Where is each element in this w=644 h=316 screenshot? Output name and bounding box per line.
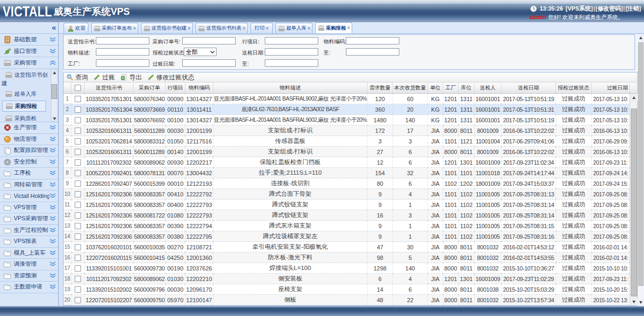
row-checkbox[interactable]	[75, 265, 81, 272]
sidebar-group-VPS采购管理[interactable]: VPS采购管理	[0, 213, 58, 225]
row-checkbox[interactable]	[75, 212, 81, 219]
column-header-check[interactable]	[71, 83, 85, 93]
sidebar-group-调漆管理[interactable]: 调漆管理	[0, 259, 58, 270]
row-checkbox[interactable]	[75, 128, 81, 134]
sidebar-group-VPS管理[interactable]: VPS管理	[0, 202, 58, 214]
column-header-送检人[interactable]: 送检人	[475, 83, 502, 93]
scroll-down-icon[interactable]	[630, 298, 638, 305]
form-input-至[interactable]	[346, 48, 399, 56]
table-row-3[interactable]: 310335201705130158000766920010013014327亚…	[64, 115, 630, 125]
link-logout[interactable]: [注销]	[625, 5, 641, 13]
sidebar-group-VPS报表[interactable]: VPS报表	[0, 236, 58, 248]
row-checkbox[interactable]	[75, 159, 81, 166]
tab-欢迎[interactable]: 欢迎	[64, 23, 88, 33]
row-checkbox[interactable]	[75, 117, 81, 123]
table-row-7[interactable]: 710111201709230258000890620093012202217保…	[64, 157, 630, 168]
column-header-单位[interactable]: 单位	[428, 83, 443, 93]
sidebar-group-Victall Holding[interactable]: Victall Holding	[0, 191, 58, 202]
toolbar-button-查询[interactable]: 查询	[66, 73, 88, 82]
column-header-库位[interactable]: 库位	[459, 83, 475, 93]
table-row-10[interactable]: 1012516201709230658000833570041012222792…	[64, 189, 630, 200]
link-vps-system[interactable]: [VPS系统]	[566, 5, 593, 13]
toolbar-button-修改过账状态[interactable]: 修改过账状态	[147, 73, 194, 82]
table-row-20[interactable]: 2012207201510220756000097500597012100147…	[64, 295, 630, 305]
tab-close-icon[interactable]: ×	[187, 26, 191, 31]
sidebar-group-物流管理[interactable]: 物流管理	[0, 134, 58, 146]
row-checkbox[interactable]	[75, 106, 81, 113]
row-checkbox[interactable]	[75, 149, 81, 155]
scroll-up-icon[interactable]	[638, 34, 644, 41]
form-input-行项目[interactable]	[265, 37, 318, 44]
tab-超单入库[interactable]: 超单入库×	[275, 23, 312, 33]
column-header-报检过账状态[interactable]: 报检过账状态	[556, 83, 592, 93]
row-checkbox[interactable]	[75, 202, 81, 208]
table-row-1[interactable]: 110335201705130158000763400009013014327亚…	[64, 94, 630, 104]
tab-close-icon[interactable]: ×	[243, 26, 246, 31]
column-header-送货指示书[interactable]: 送货指示书	[85, 83, 133, 93]
form-input-工厂[interactable]	[96, 59, 149, 67]
grid-scrollbar-thumb[interactable]	[631, 109, 637, 296]
column-header-rownum[interactable]	[64, 83, 71, 93]
table-row-19[interactable]: 1911339201510200256000097960003012096170…	[64, 284, 630, 295]
sidebar-group-采购管理[interactable]: 采购管理	[0, 57, 58, 69]
column-header-送检日期[interactable]: 送检日期	[502, 83, 556, 93]
scroll-up-icon[interactable]	[51, 70, 57, 75]
sidebar-item-采购报检[interactable]: 采购报检	[2, 101, 46, 112]
row-checkbox[interactable]	[75, 180, 81, 187]
form-input-物料描述[interactable]	[96, 48, 149, 56]
table-row-15[interactable]: 1510376201602010156000100350027012108721…	[64, 242, 630, 252]
form-input-送检日期[interactable]	[265, 48, 318, 56]
form-select-报检过账状态[interactable]: 全部	[184, 48, 217, 56]
table-row-14[interactable]: 1412516201709230658000833570038012222795…	[64, 231, 630, 242]
tab-送货指示书创建[interactable]: 送货指示书创建×	[141, 23, 193, 33]
table-row-13[interactable]: 1312516201709230658000833570039012222794…	[64, 221, 630, 231]
row-checkbox[interactable]	[75, 170, 81, 176]
sidebar-group-生产管理[interactable]: 生产管理	[0, 122, 58, 134]
column-header-采购订单[interactable]: 采购订单	[133, 83, 166, 93]
table-row-16[interactable]: 1612207201602011556000104150425012001360…	[64, 252, 630, 263]
column-header-工厂[interactable]: 工厂	[443, 83, 459, 93]
scroll-down-icon[interactable]	[51, 116, 57, 121]
row-checkbox[interactable]	[75, 96, 81, 102]
sidebar-item-采购质检[interactable]: 采购质检	[0, 113, 51, 122]
table-row-8[interactable]: 810052201709240158000781310007013004432拉…	[64, 168, 630, 178]
row-checkbox[interactable]	[75, 297, 81, 303]
sidebar-group-周转箱管理[interactable]: 周转箱管理	[0, 179, 58, 191]
sidebar-group-模具_上装车[interactable]: 模具_上装车	[0, 248, 58, 259]
table-row-5[interactable]: 510253201706281458000833120105012117516传…	[64, 136, 630, 147]
sidebar-group-配置跟踪管理[interactable]: 配置跟踪管理	[0, 145, 58, 157]
toolbar-button-过账[interactable]: 过账	[93, 73, 115, 82]
table-row-17[interactable]: 1711339201510100156000097300019012037626…	[64, 263, 630, 274]
sidebar-group-生产过程控制[interactable]: 生产过程控制	[0, 225, 58, 237]
column-header-行项目[interactable]: 行项目	[166, 83, 185, 93]
tab-打印[interactable]: 打印×	[251, 23, 273, 33]
sidebar-item-超单入库[interactable]: 超单入库	[0, 88, 51, 100]
row-checkbox[interactable]	[75, 223, 81, 229]
content-vertical-scrollbar[interactable]	[638, 34, 644, 306]
column-header-物料描述[interactable]: 物料描述	[213, 83, 368, 93]
tab-close-icon[interactable]: ×	[307, 26, 310, 31]
form-input-至[interactable]	[265, 59, 318, 67]
table-row-2[interactable]: 210335201705130458000736690011013011411底…	[64, 104, 630, 115]
row-checkbox[interactable]	[75, 286, 81, 293]
table-row-18[interactable]: 1810111201709230258000890620103012202210…	[64, 274, 630, 284]
sidebar-collapse-button[interactable]: «	[52, 23, 56, 32]
column-header-物料编码[interactable]: 物料编码	[185, 83, 213, 93]
form-input-送货指示书[interactable]	[96, 37, 149, 44]
sidebar-group-接口管理[interactable]: 接口管理	[0, 46, 58, 57]
sidebar-group-资源预测[interactable]: 资源预测	[0, 270, 58, 282]
table-row-4[interactable]: 410253201606131156000112890003012001199支…	[64, 125, 630, 136]
form-input-过账日期[interactable]	[182, 59, 236, 67]
form-input-采购订单号[interactable]	[182, 37, 236, 44]
column-header-过账日期[interactable]: 过账日期	[592, 83, 630, 93]
table-row-9[interactable]: 912286201709240756000153990001012122193连…	[64, 178, 630, 189]
row-checkbox[interactable]	[75, 191, 81, 197]
row-checkbox[interactable]	[75, 138, 81, 145]
sidebar-splitter[interactable]	[59, 22, 63, 306]
row-checkbox[interactable]	[75, 255, 81, 261]
table-row-12[interactable]: 1212516201709230658000817220108012222793…	[64, 210, 630, 221]
row-checkbox[interactable]	[75, 233, 81, 240]
tab-送货指示书列表[interactable]: 送货指示书列表×	[195, 23, 247, 33]
scroll-down-icon[interactable]	[638, 299, 644, 306]
column-header-本次收货数量[interactable]: 本次收货数量	[393, 83, 428, 93]
